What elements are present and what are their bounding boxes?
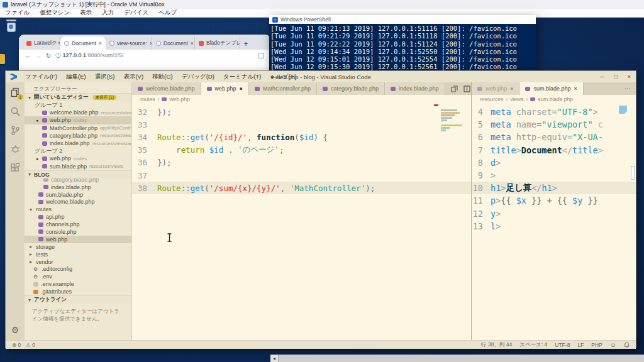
- back-icon[interactable]: ←: [25, 52, 31, 59]
- browser-tab[interactable]: view-source:×: [106, 36, 152, 50]
- browser-tab[interactable]: Laravelクイック×: [23, 36, 60, 50]
- tree-file[interactable]: web.php: [25, 236, 131, 243]
- tree-file[interactable]: api.php: [25, 213, 131, 221]
- vscode-menu-item[interactable]: デバッグ(D): [177, 73, 219, 81]
- vbox-menu-item[interactable]: 表示: [75, 9, 97, 17]
- scrollbar-left-arrow-icon[interactable]: ◂: [270, 355, 279, 362]
- address-bar[interactable]: ⓘ 127.0.0.1:8080/sum/2/5/: [55, 52, 124, 60]
- desktop-folder-icon[interactable]: [0, 54, 5, 64]
- tree-file[interactable]: ⚙.editorconfig: [25, 265, 131, 273]
- powershell-titlebar[interactable]: > Windows PowerShell: [269, 15, 536, 24]
- code-line[interactable]: 38Route::get('/sum/{x}/{y}/', 'MathContr…: [132, 182, 471, 194]
- code-line[interactable]: 6meta http-equiv="X-UA-: [472, 131, 636, 143]
- code-line[interactable]: 35 return $id . 'のページ';: [132, 144, 471, 156]
- open-editor-item[interactable]: sum.blade.phpresources\views: [25, 163, 131, 170]
- code-line[interactable]: 12y>: [472, 207, 636, 220]
- breadcrumb-item[interactable]: web.php: [169, 96, 189, 102]
- tree-folder[interactable]: ▸tests: [25, 251, 131, 258]
- manage-gear-icon[interactable]: ⚙: [6, 325, 25, 335]
- notifications-bell-icon[interactable]: [624, 342, 630, 348]
- recycle-bin-icon[interactable]: [6, 19, 16, 32]
- vscode-menu-item[interactable]: ターミナル(T): [219, 73, 266, 81]
- tree-file[interactable]: category.blade.php: [25, 178, 131, 184]
- editor-tab[interactable]: index.blade.php: [385, 82, 445, 95]
- editor-sum-blade-php[interactable]: 4meta charset="UTF-8">5meta name="viewpo…: [472, 103, 636, 340]
- status-item[interactable]: PHP: [591, 342, 602, 348]
- search-icon[interactable]: [10, 106, 21, 117]
- breadcrumb-group-2[interactable]: resources›views›sum.blade.php: [472, 95, 636, 103]
- code-line[interactable]: 4meta charset="UTF-8">: [472, 106, 636, 118]
- code-line[interactable]: 5meta name="viewport" c: [472, 118, 636, 131]
- open-editor-item[interactable]: ●web.phproutes: [25, 116, 131, 124]
- code-line[interactable]: 8d>: [472, 156, 636, 169]
- vbox-menu-item[interactable]: ヘルプ: [153, 9, 182, 17]
- editor-tab[interactable]: MathController.php: [249, 82, 317, 95]
- problems-warnings[interactable]: ⚠ 0: [26, 342, 35, 348]
- code-line[interactable]: 11p>{{ $x }} + {{ $y }}: [472, 194, 636, 207]
- code-line[interactable]: 36});: [132, 156, 471, 169]
- vbox-menu-item[interactable]: ファイル: [0, 9, 35, 17]
- reload-icon[interactable]: ↻: [46, 52, 51, 59]
- open-editor-item[interactable]: category.blade.phpresources\views\archiv…: [25, 132, 131, 140]
- code-line[interactable]: 32});: [132, 106, 471, 118]
- status-item[interactable]: スペース: 4: [519, 341, 547, 349]
- info-icon[interactable]: ⓘ: [55, 52, 61, 58]
- editor-tab[interactable]: category.blade.php: [317, 82, 385, 95]
- more-actions-icon[interactable]: ⋯: [625, 85, 630, 92]
- tree-file[interactable]: console.php: [25, 228, 131, 236]
- tree-file[interactable]: index.blade.php: [25, 184, 131, 191]
- tree-file[interactable]: channels.php: [25, 221, 131, 228]
- section-project[interactable]: ▾BLOG: [25, 170, 131, 178]
- browser-tab[interactable]: Document×: [60, 36, 106, 50]
- open-editor-item[interactable]: MathController.phpapp\Http\Controllers: [25, 124, 131, 132]
- debug-icon[interactable]: [10, 144, 21, 155]
- breadcrumb-item[interactable]: resources: [480, 96, 503, 102]
- vbox-menu-item[interactable]: 仮想マシン: [35, 9, 75, 17]
- breadcrumb-item[interactable]: sum.blade.php: [538, 96, 573, 102]
- tree-file[interactable]: ⚙.env: [25, 273, 131, 280]
- tab-close-icon[interactable]: ×: [574, 85, 577, 92]
- feedback-smiley-icon[interactable]: ☺: [610, 341, 616, 348]
- browser-tab[interactable]: Document×: [152, 36, 195, 50]
- section-open-editors[interactable]: ▾開いているエディター未保存 (1): [25, 93, 131, 101]
- browser-tab[interactable]: Bladeテンプレ...×: [195, 36, 240, 50]
- editor-tab[interactable]: web.php●: [201, 82, 249, 95]
- status-item[interactable]: LF: [577, 342, 584, 348]
- vscode-menu-item[interactable]: 表示(V): [119, 73, 148, 81]
- code-line[interactable]: 37: [132, 169, 471, 182]
- vscode-menu-item[interactable]: 移動(G): [148, 73, 177, 81]
- status-item[interactable]: 行 38、列 44: [481, 341, 512, 349]
- vbox-menu-item[interactable]: 入力: [97, 9, 119, 17]
- open-editor-item[interactable]: welcome.blade.phpresources\views: [25, 109, 131, 116]
- tree-folder[interactable]: ▾routes: [25, 206, 131, 213]
- code-line[interactable]: 7title>Document</title>: [472, 144, 636, 156]
- minimize-icon[interactable]: ─: [600, 74, 604, 80]
- editor-web-php[interactable]: 32});3334Route::get('/{id}/', function($…: [132, 103, 471, 340]
- tree-folder[interactable]: ▸vendor: [25, 258, 131, 266]
- source-control-icon[interactable]: [10, 125, 21, 136]
- breadcrumb-item[interactable]: views: [510, 96, 523, 102]
- vbox-menu-item[interactable]: デバイス: [119, 9, 153, 17]
- problems-errors[interactable]: ⊗ 0: [12, 342, 21, 348]
- code-line[interactable]: 10h1>足し算</h1>: [472, 182, 636, 194]
- code-line[interactable]: 34Route::get('/{id}/', function($id) {: [132, 131, 471, 143]
- tree-file[interactable]: sum.blade.php: [25, 191, 131, 199]
- editor-tab[interactable]: welcome.blade.php: [132, 82, 201, 95]
- tree-file[interactable]: .gitattributes: [25, 288, 131, 295]
- vscode-menu-item[interactable]: ファイル(F): [21, 73, 62, 81]
- extensions-icon[interactable]: [10, 163, 21, 173]
- section-outline[interactable]: ▾アウトライン: [25, 295, 131, 304]
- tree-folder[interactable]: ▸storage: [25, 243, 131, 251]
- breadcrumb-group-1[interactable]: routes›web.php: [132, 95, 471, 103]
- open-editor-item[interactable]: index.blade.phpresources\views\archives: [25, 140, 131, 147]
- maximize-icon[interactable]: □: [614, 74, 617, 80]
- explorer-icon[interactable]: 1: [10, 87, 21, 98]
- breadcrumb-item[interactable]: routes: [140, 96, 155, 102]
- split-editor-icon[interactable]: [451, 85, 458, 92]
- tab-close-icon[interactable]: ×: [191, 40, 194, 47]
- vm-horizontal-scrollbar[interactable]: ◂: [270, 354, 644, 362]
- tab-close-icon[interactable]: ×: [99, 40, 102, 47]
- editor-tab[interactable]: sum.blade.php×: [519, 82, 583, 95]
- code-line[interactable]: 33: [132, 118, 471, 131]
- vscode-menu-item[interactable]: 編集(E): [62, 73, 91, 81]
